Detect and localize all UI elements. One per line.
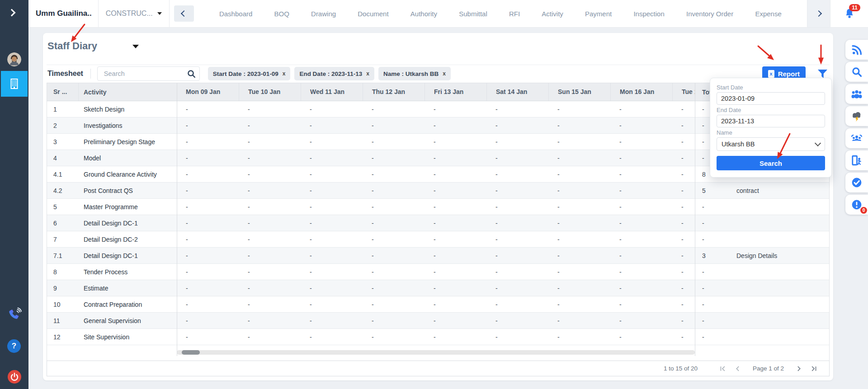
day-cell: - <box>301 138 363 145</box>
chevron-right-icon <box>816 10 822 17</box>
table-row[interactable]: 7Detail Design DC-2---------- <box>47 231 829 248</box>
sidebar-expand-button[interactable] <box>9 9 14 17</box>
column-header-date[interactable]: Sun 15 Jan <box>548 83 610 101</box>
day-cell: - <box>363 122 425 129</box>
total-cell: 5 <box>695 187 729 194</box>
rail-item-meeting[interactable] <box>845 128 868 148</box>
tab-submittal[interactable]: Submittal <box>459 10 487 18</box>
tab-authority[interactable]: Authority <box>410 10 437 18</box>
search-icon[interactable] <box>187 70 196 78</box>
tab-activity[interactable]: Activity <box>542 10 563 18</box>
tab-inspection[interactable]: Inspection <box>633 10 664 18</box>
team-icon <box>851 88 863 100</box>
start-date-input[interactable] <box>717 92 825 105</box>
table-row[interactable]: 12Site Supervision---------- <box>47 329 829 345</box>
day-cell: - <box>486 285 548 292</box>
day-cell: - <box>610 220 672 227</box>
sidebar-item-call-support[interactable] <box>7 307 22 323</box>
rail-item-search[interactable] <box>845 62 868 82</box>
previous-page-button[interactable] <box>733 365 743 373</box>
rail-item-team[interactable] <box>845 84 868 104</box>
page-indicator-label: Page 1 of 2 <box>753 365 784 372</box>
sidebar-item-projects-active[interactable] <box>1 71 28 97</box>
day-cell: - <box>610 268 672 276</box>
filter-chips: Start Date : 2023-01-09xEnd Date : 2023-… <box>208 67 451 80</box>
column-header-date[interactable]: Tue 17 Jan <box>672 83 695 101</box>
activity-cell: Sketch Design <box>79 106 177 113</box>
day-cell: - <box>548 106 610 113</box>
chip-remove-icon[interactable]: x <box>443 70 446 77</box>
rail-item-feed[interactable] <box>845 40 868 60</box>
sidebar-item-logout[interactable] <box>8 370 21 384</box>
table-row[interactable]: 9Estimate---------- <box>47 280 829 296</box>
rail-item-issues[interactable]: 0 <box>845 195 868 215</box>
column-header-date[interactable]: Wed 11 Jan <box>301 83 363 101</box>
first-page-button[interactable] <box>717 365 727 373</box>
day-cell: - <box>301 155 363 162</box>
panel-search-button[interactable]: Search <box>717 156 825 170</box>
activity-cell: Tender Process <box>79 268 177 276</box>
column-header-date[interactable]: Mon 09 Jan <box>177 83 239 101</box>
column-header-date[interactable]: Mon 16 Jan <box>610 83 672 101</box>
day-cell: - <box>301 285 363 292</box>
tabs-scroll-right-button[interactable] <box>807 0 830 27</box>
table-row[interactable]: 6Detail Design DC-1---------- <box>47 215 829 231</box>
tab-boq[interactable]: BOQ <box>274 10 289 18</box>
chip-remove-icon[interactable]: x <box>366 70 369 77</box>
tab-rfi[interactable]: RFI <box>509 10 520 18</box>
tab-dashboard[interactable]: Dashboard <box>219 10 252 18</box>
rail-item-site-exit[interactable] <box>845 150 868 170</box>
column-header-sr[interactable]: Sr ... <box>47 83 79 101</box>
table-row[interactable]: 8Tender Process---------- <box>47 264 829 280</box>
next-page-button[interactable] <box>794 365 804 373</box>
table-row[interactable]: 11General Supervision---------- <box>47 313 829 329</box>
day-cell: - <box>610 106 672 113</box>
filter-chip[interactable]: Start Date : 2023-01-09x <box>208 67 291 80</box>
tab-document[interactable]: Document <box>358 10 388 18</box>
day-cell: - <box>672 333 695 341</box>
user-avatar[interactable] <box>7 52 21 66</box>
filter-button[interactable] <box>817 69 828 79</box>
last-page-button[interactable] <box>809 365 819 373</box>
day-cell: - <box>177 187 239 194</box>
rail-item-weather[interactable] <box>845 106 868 126</box>
day-cell: - <box>239 236 301 243</box>
day-cell: - <box>239 187 301 194</box>
search-input[interactable] <box>103 70 184 78</box>
filter-chip[interactable]: End Date : 2023-11-13x <box>294 67 374 80</box>
power-icon <box>10 373 19 381</box>
sidebar-item-help[interactable]: ? <box>7 339 21 353</box>
table-row[interactable]: 5Master Programme---------- <box>47 199 829 215</box>
column-header-activity[interactable]: Activity <box>79 89 177 96</box>
tab-expense[interactable]: Expense <box>755 10 781 18</box>
notifications-button[interactable]: 11 <box>830 0 868 27</box>
org-selector[interactable]: CONSTRUC... <box>99 9 169 18</box>
rail-item-approvals[interactable] <box>845 173 868 192</box>
table-row[interactable]: 4.2Post Contract QS---------5contract <box>47 183 829 199</box>
column-header-date[interactable]: Tue 10 Jan <box>239 83 301 101</box>
tab-inventory-order[interactable]: Inventory Order <box>686 10 733 18</box>
day-cell: - <box>610 252 672 259</box>
day-cell: - <box>548 317 610 324</box>
left-sidebar: ? <box>0 0 28 389</box>
day-cell: - <box>610 301 672 308</box>
row-range-label: 1 to 15 of 20 <box>664 365 698 372</box>
tabs-scroll-left-button[interactable] <box>174 5 194 22</box>
page-title-dropdown-icon[interactable] <box>132 45 139 48</box>
table-row[interactable]: 10Contract Preparation---------- <box>47 296 829 313</box>
scrollbar-thumb[interactable] <box>182 350 200 355</box>
column-header-date[interactable]: Fri 13 Jan <box>425 83 486 101</box>
column-header-date[interactable]: Thu 12 Jan <box>363 83 425 101</box>
day-cell: - <box>425 203 486 211</box>
project-title: Umm Guailina.. <box>36 9 92 18</box>
tab-payment[interactable]: Payment <box>585 10 612 18</box>
chip-remove-icon[interactable]: x <box>283 70 286 77</box>
column-header-date[interactable]: Sat 14 Jan <box>486 83 548 101</box>
table-row[interactable]: 7.1Detail Design DC-1---------3Design De… <box>47 248 829 264</box>
top-bar: Umm Guailina.. CONSTRUC... DashboardBOQD… <box>28 0 868 28</box>
tab-drawing[interactable]: Drawing <box>311 10 336 18</box>
end-date-input[interactable] <box>717 115 825 127</box>
filter-chip[interactable]: Name : Utkarsh BBx <box>378 67 451 80</box>
horizontal-scrollbar[interactable] <box>177 350 695 355</box>
name-select[interactable]: Utkarsh BB <box>717 137 825 151</box>
